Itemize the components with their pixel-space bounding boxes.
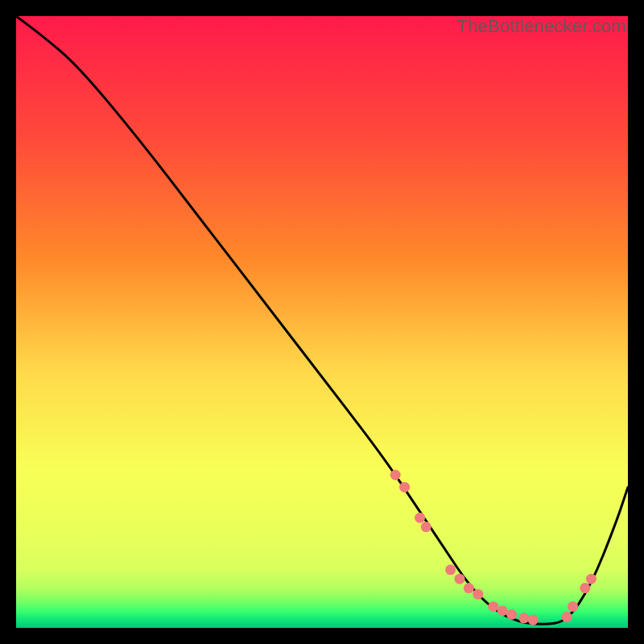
dot [455, 574, 465, 584]
dot [415, 513, 425, 523]
dot [399, 482, 410, 493]
gradient-background [16, 16, 628, 628]
dot [390, 470, 401, 481]
chart-frame: TheBottlenecker.com [16, 16, 628, 628]
dot [488, 601, 498, 612]
dot [528, 615, 539, 625]
dot [421, 522, 431, 532]
dot [568, 601, 578, 612]
dot [586, 574, 597, 584]
dot [473, 589, 483, 600]
dot [445, 564, 456, 575]
watermark-text: TheBottlenecker.com [457, 16, 626, 37]
dot [464, 583, 474, 593]
dot [497, 605, 508, 616]
chart-svg [16, 16, 628, 628]
dot [580, 583, 590, 593]
dot [562, 612, 572, 622]
dot [518, 613, 529, 623]
dot [506, 609, 517, 620]
